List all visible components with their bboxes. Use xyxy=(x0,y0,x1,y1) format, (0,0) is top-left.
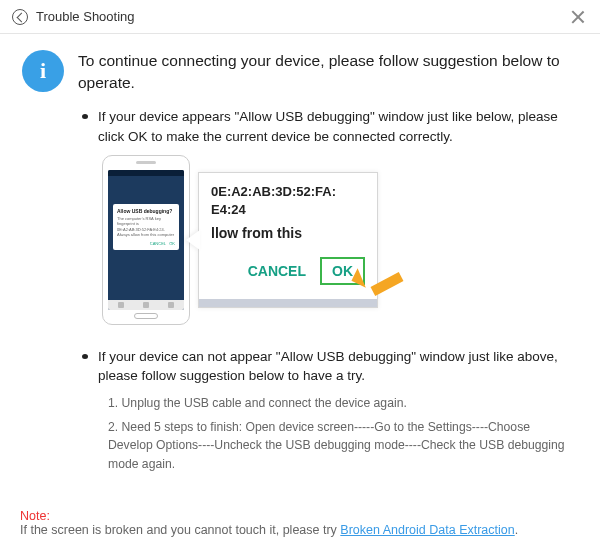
zoom-mid-text: llow from this xyxy=(211,225,365,241)
note-text: If the screen is broken and you cannot t… xyxy=(20,523,340,537)
phone-navbar xyxy=(108,300,184,310)
step-2: 2. Need 5 steps to finish: Open device s… xyxy=(108,418,578,473)
bullet-1-text: If your device appears "Allow USB debugg… xyxy=(98,107,578,146)
callout-arrow-icon xyxy=(186,230,200,250)
bullet-2-text: If your device can not appear "Allow USB… xyxy=(98,347,578,386)
footer-note: Note: If the screen is broken and you ca… xyxy=(20,509,580,537)
phone-home-button-icon xyxy=(134,313,158,319)
note-tail: . xyxy=(515,523,518,537)
phone-mockup: Allow USB debugging? The computer's RSA … xyxy=(102,155,190,325)
zoom-mac-line2: E4:24 xyxy=(211,201,365,219)
broken-android-link[interactable]: Broken Android Data Extraction xyxy=(340,523,514,537)
phone-dialog: Allow USB debugging? The computer's RSA … xyxy=(113,204,179,250)
phone-dialog-body: The computer's RSA key fingerprint is 0E… xyxy=(117,216,175,238)
zoom-actions: CANCEL OK xyxy=(211,257,365,285)
zoom-cancel-label: CANCEL xyxy=(248,263,306,279)
step-1: 1. Unplug the USB cable and connect the … xyxy=(108,394,578,412)
intro-text: To continue connecting your device, plea… xyxy=(78,50,578,93)
pointer-arrow-icon xyxy=(365,267,409,297)
bullet-dot-icon xyxy=(82,354,88,359)
close-button[interactable] xyxy=(568,7,588,27)
info-icon: i xyxy=(22,50,64,92)
zoom-ok-label: OK xyxy=(332,263,353,279)
window-title: Trouble Shooting xyxy=(36,9,135,24)
bullet-1: If your device appears "Allow USB debugg… xyxy=(22,107,578,146)
zoom-mac-line1: 0E:A2:AB:3D:52:FA: xyxy=(211,183,365,201)
phone-dialog-title: Allow USB debugging? xyxy=(117,208,175,214)
bullet-2: If your device can not appear "Allow USB… xyxy=(22,347,578,386)
note-label: Note: xyxy=(20,509,50,523)
titlebar: Trouble Shooting xyxy=(0,0,600,34)
intro-row: i To continue connecting your device, pl… xyxy=(22,50,578,93)
content-area: i To continue connecting your device, pl… xyxy=(0,34,600,473)
illustration: Allow USB debugging? The computer's RSA … xyxy=(22,155,578,325)
zoom-dialog: 0E:A2:AB:3D:52:FA: E4:24 llow from this … xyxy=(198,172,378,308)
bullet-dot-icon xyxy=(82,114,88,119)
numbered-steps: 1. Unplug the USB cable and connect the … xyxy=(22,394,578,473)
refresh-icon xyxy=(12,9,28,25)
